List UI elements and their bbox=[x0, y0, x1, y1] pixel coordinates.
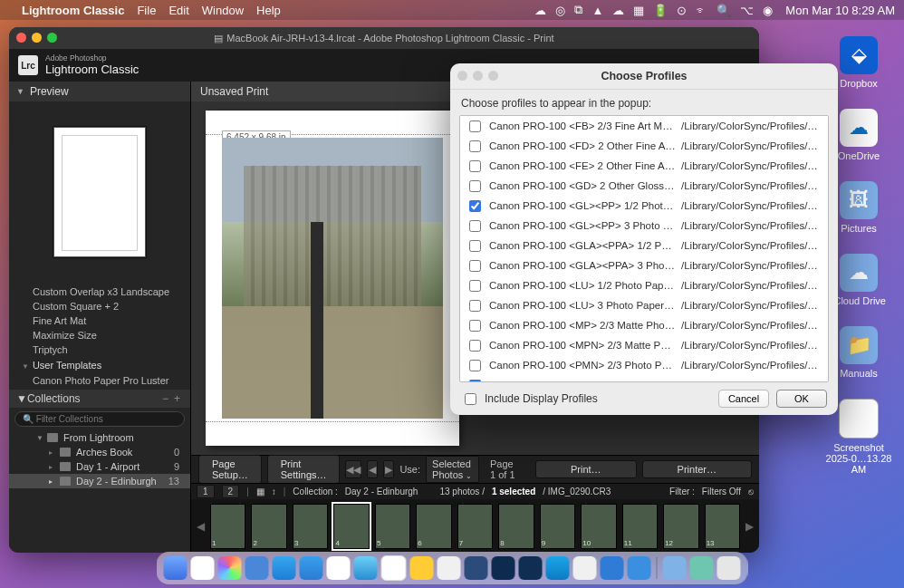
window-layout-1[interactable]: 1 bbox=[197, 485, 215, 498]
profile-checkbox[interactable] bbox=[469, 360, 481, 371]
dock-app[interactable] bbox=[601, 556, 624, 580]
profile-row[interactable]: Canon PRO-100 <PT> 1/2 Photo Paper Pro P… bbox=[460, 375, 828, 382]
first-page-button[interactable]: ◀◀ bbox=[345, 460, 361, 478]
profile-checkbox[interactable] bbox=[469, 240, 481, 252]
menu-file[interactable]: File bbox=[137, 4, 156, 17]
filmstrip[interactable]: ◀ 1 2 3 4 5 6 7 8 9 10 11 12 13 ▶ bbox=[191, 499, 759, 553]
dock-app[interactable] bbox=[300, 556, 323, 580]
dock-app[interactable] bbox=[245, 556, 269, 580]
dock-app[interactable] bbox=[191, 556, 215, 580]
status-icon[interactable]: ⧉ bbox=[574, 3, 582, 17]
thumbnail[interactable]: 13 bbox=[705, 504, 740, 549]
dock-app[interactable] bbox=[438, 556, 461, 580]
battery-icon[interactable]: 🔋 bbox=[653, 4, 668, 17]
siri-icon[interactable]: ◉ bbox=[763, 4, 773, 17]
profile-checkbox[interactable] bbox=[469, 220, 481, 232]
thumbnail[interactable]: 10 bbox=[581, 504, 616, 549]
dock[interactable] bbox=[157, 552, 748, 584]
profile-row[interactable]: Canon PRO-100 <MP> 2/3 Matte Photo Paper… bbox=[460, 315, 828, 335]
dock-app[interactable] bbox=[573, 556, 597, 580]
filter-select[interactable]: Filters Off bbox=[702, 487, 741, 496]
collections-panel-header[interactable]: ▼ Collections − + bbox=[9, 390, 190, 408]
profile-row[interactable]: Canon PRO-100 <FB> 2/3 Fine Art Museum E… bbox=[460, 116, 828, 136]
profile-checkbox[interactable] bbox=[469, 300, 481, 312]
thumbnail[interactable]: 3 bbox=[293, 504, 328, 549]
wifi-icon[interactable]: ᯤ bbox=[696, 4, 707, 17]
template-item[interactable]: Custom Square + 2 bbox=[9, 299, 190, 313]
thumbnail[interactable]: 2 bbox=[251, 504, 286, 549]
profile-checkbox[interactable] bbox=[469, 160, 481, 172]
profile-row[interactable]: Canon PRO-100 <GD> 2 Other Glossy Paper … bbox=[460, 176, 828, 196]
profile-checkbox[interactable] bbox=[469, 280, 481, 292]
profile-row[interactable]: Canon PRO-100 <FD> 2 Other Fine Art Pape… bbox=[460, 136, 828, 156]
status-icon[interactable]: ☁ bbox=[612, 4, 624, 17]
print-settings-button[interactable]: Print Settings… bbox=[267, 455, 341, 484]
window-controls[interactable] bbox=[16, 33, 57, 43]
template-item[interactable]: Triptych bbox=[9, 342, 190, 357]
breadcrumb-value[interactable]: Day 2 - Edinburgh bbox=[345, 487, 418, 496]
profile-checkbox[interactable] bbox=[469, 120, 481, 132]
thumbnail[interactable]: 7 bbox=[457, 504, 493, 549]
dialog-titlebar[interactable]: Choose Profiles bbox=[450, 63, 838, 90]
thumbnail[interactable]: 6 bbox=[416, 504, 451, 549]
menubar-clock[interactable]: Mon Mar 10 8:29 AM bbox=[785, 4, 895, 17]
menu-help[interactable]: Help bbox=[256, 4, 281, 17]
collection-set[interactable]: ▼ From Lightroom bbox=[9, 430, 190, 445]
thumbnail[interactable]: 9 bbox=[540, 504, 575, 549]
filmstrip-prev[interactable]: ◀ bbox=[197, 520, 205, 533]
print-button[interactable]: Print… bbox=[535, 460, 637, 478]
dock-app[interactable] bbox=[492, 556, 515, 580]
dock-app[interactable] bbox=[218, 556, 242, 580]
dock-app[interactable] bbox=[465, 556, 488, 580]
cancel-button[interactable]: Cancel bbox=[718, 390, 769, 408]
include-display-profiles-checkbox[interactable]: Include Display Profiles bbox=[461, 390, 598, 408]
profile-row[interactable]: Canon PRO-100 <GLA><PPA> 3 Photo Paper P… bbox=[460, 255, 828, 275]
profile-row[interactable]: Canon PRO-100 <LU> 3 Photo Paper Pro Lus… bbox=[460, 295, 828, 315]
dock-app[interactable] bbox=[628, 556, 651, 580]
dock-app[interactable] bbox=[273, 556, 296, 580]
page-setup-button[interactable]: Page Setup… bbox=[198, 455, 262, 484]
profile-checkbox[interactable] bbox=[469, 140, 481, 152]
window-controls[interactable] bbox=[457, 71, 498, 81]
profile-checkbox[interactable] bbox=[469, 380, 481, 383]
dock-app[interactable] bbox=[690, 556, 714, 580]
profile-row[interactable]: Canon PRO-100 <GL><PP> 3 Photo Paper Plu… bbox=[460, 216, 828, 236]
profile-checkbox[interactable] bbox=[469, 260, 481, 272]
dock-app[interactable] bbox=[546, 556, 570, 580]
profile-row[interactable]: Canon PRO-100 <FE> 2 Other Fine Art Pape… bbox=[460, 156, 828, 176]
dock-app[interactable] bbox=[354, 556, 378, 580]
plus-button[interactable]: + bbox=[171, 392, 183, 405]
app-menu[interactable]: Lightroom Classic bbox=[22, 4, 124, 17]
thumbnail[interactable]: 8 bbox=[498, 504, 534, 549]
profile-checkbox[interactable] bbox=[469, 180, 481, 192]
preview-panel-header[interactable]: ▼ Preview bbox=[9, 82, 190, 101]
dock-app[interactable] bbox=[663, 556, 687, 580]
search-icon[interactable]: 🔍 bbox=[716, 4, 731, 17]
minus-button[interactable]: − bbox=[159, 392, 171, 405]
template-item[interactable]: Fine Art Mat bbox=[9, 313, 190, 328]
control-center-icon[interactable]: ⌥ bbox=[740, 4, 754, 17]
status-icon[interactable]: ☁ bbox=[534, 4, 546, 17]
menu-window[interactable]: Window bbox=[202, 4, 244, 17]
thumbnail[interactable]: 1 bbox=[210, 504, 245, 549]
profile-row[interactable]: Canon PRO-100 <MPN> 2/3 Matte Photo Pape… bbox=[460, 335, 828, 355]
thumbnail[interactable]: 11 bbox=[622, 504, 658, 549]
filmstrip-next[interactable]: ▶ bbox=[745, 520, 754, 533]
window-layout-2[interactable]: 2 bbox=[222, 485, 240, 498]
status-icon[interactable]: ▦ bbox=[633, 4, 644, 17]
status-icon[interactable]: ▲ bbox=[591, 4, 603, 17]
grid-view-icon[interactable]: ▦ bbox=[256, 487, 264, 496]
dock-app[interactable] bbox=[164, 556, 188, 580]
sort-icon[interactable]: ↕ bbox=[272, 487, 276, 496]
profile-row[interactable]: Canon PRO-100 <GL><PP> 1/2 Photo Paper P… bbox=[460, 196, 828, 216]
thumbnail[interactable]: 12 bbox=[663, 504, 698, 549]
dock-app[interactable] bbox=[410, 556, 434, 580]
thumbnail[interactable]: 5 bbox=[375, 504, 410, 549]
template-item[interactable]: Custom Overlap x3 Landscape bbox=[9, 284, 190, 299]
ok-button[interactable]: OK bbox=[776, 390, 827, 408]
prev-page-button[interactable]: ◀ bbox=[367, 460, 378, 478]
dock-trash[interactable] bbox=[717, 556, 741, 580]
print-cell-photo[interactable] bbox=[222, 138, 443, 419]
collection-item[interactable]: ▸ Day 1 - Airport9 bbox=[9, 459, 190, 474]
profile-list[interactable]: Canon PRO-100 <FB> 2/3 Fine Art Museum E… bbox=[459, 115, 829, 382]
